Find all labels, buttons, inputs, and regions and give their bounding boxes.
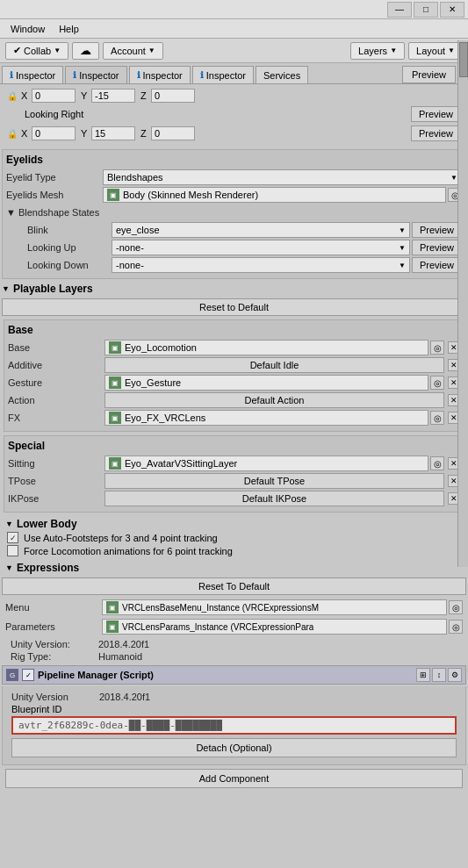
unity-rig-info: Unity Version: 2018.4.20f1 Rig Type: Hum… — [5, 639, 463, 662]
layers-button[interactable]: Layers ▼ — [350, 42, 405, 60]
looking-up-row: Looking Up -none- ▼ Preview — [6, 240, 462, 255]
collab-button[interactable]: ✔ Collab ▼ — [5, 42, 68, 60]
playable-layers-wrapper: ▼ Playable Layers Reset to Default Base … — [2, 283, 466, 513]
preview-button-1[interactable]: Preview — [411, 106, 461, 122]
expressions-header: ▼ Expressions — [5, 562, 463, 574]
looking-up-dropdown[interactable]: -none- ▼ — [112, 240, 410, 255]
eyelid-type-dropdown[interactable]: Blendshapes ▼ — [103, 169, 462, 185]
tab-inspector-2[interactable]: ℹ Inspector — [65, 66, 126, 83]
looking-down-dropdown[interactable]: -none- ▼ — [112, 257, 410, 273]
ikpose-default-btn[interactable]: Default IKPose — [104, 491, 444, 506]
cloud-button[interactable]: ☁ — [72, 42, 99, 60]
looking-down-preview-btn[interactable]: Preview — [412, 257, 462, 273]
reset-default-button[interactable]: Reset to Default — [2, 298, 466, 316]
looking-right-preview-row: Looking Right Preview — [4, 105, 464, 123]
looking-right-label: Looking Right — [25, 109, 83, 119]
blink-preview-btn[interactable]: Preview — [412, 222, 462, 238]
autofootsteps-checkbox[interactable] — [7, 532, 18, 543]
cloud-icon: ☁ — [80, 44, 91, 57]
fx-select-btn[interactable]: ◎ — [430, 411, 444, 425]
eyelids-mesh-row: Eyelids Mesh ▣ Body (Skinned Mesh Render… — [6, 187, 462, 203]
blink-dropdown[interactable]: eye_close ▼ — [112, 222, 410, 238]
tab-inspector-1[interactable]: ℹ Inspector — [2, 66, 63, 83]
close-button[interactable]: ✕ — [440, 2, 464, 18]
preview-top-button[interactable]: Preview — [402, 66, 456, 83]
tpose-default-btn[interactable]: Default TPose — [104, 473, 444, 489]
preview-button-2[interactable]: Preview — [411, 126, 461, 141]
sitting-select-btn[interactable]: ◎ — [430, 456, 444, 470]
expressions-params-select-btn[interactable]: ◎ — [449, 620, 463, 634]
tab-inspector-4[interactable]: ℹ Inspector — [192, 66, 254, 83]
pipeline-action-2[interactable]: ↕ — [432, 668, 446, 682]
scrollbar[interactable] — [457, 40, 468, 567]
y1-input[interactable] — [91, 89, 135, 103]
collab-icon: ✔ — [13, 45, 21, 56]
x1-input[interactable] — [32, 89, 76, 103]
sitting-field[interactable]: ▣ Eyo_AvatarV3SittingLayer — [104, 456, 428, 471]
ikpose-row: IKPose Default IKPose ✕ — [8, 491, 460, 506]
z1-input[interactable] — [151, 89, 195, 103]
tab-inspector-3[interactable]: ℹ Inspector — [129, 66, 191, 83]
layout-button[interactable]: Layout ▼ — [408, 42, 463, 60]
sitting-row: Sitting ▣ Eyo_AvatarV3SittingLayer ◎ ✕ — [8, 456, 460, 471]
expressions-wrapper: ▼ Expressions Reset To Default Menu ▣ VR… — [2, 562, 466, 635]
fx-row: FX ▣ Eyo_FX_VRCLens ◎ ✕ — [8, 410, 460, 426]
expressions-params-icon: ▣ — [106, 621, 119, 633]
looking-right-row1: 🔒 X Y Z — [4, 88, 464, 104]
fx-icon: ▣ — [109, 412, 121, 424]
special-section-title: Special — [8, 440, 460, 452]
y2-input[interactable] — [91, 126, 135, 140]
expressions-menu-icon: ▣ — [106, 601, 119, 613]
pipeline-action-3[interactable]: ⚙ — [448, 668, 462, 682]
playable-layers-header: ▼ Playable Layers — [2, 283, 466, 295]
tab-services[interactable]: Services — [256, 66, 308, 83]
looking-down-arrow-icon: ▼ — [399, 262, 406, 269]
z2-input[interactable] — [151, 126, 195, 140]
layers-arrow-icon: ▼ — [390, 47, 397, 54]
expressions-arrow-icon: ▼ — [5, 563, 13, 572]
autofootsteps-row: Use Auto-Footsteps for 3 and 4 point tra… — [7, 532, 461, 543]
inspector-area: 🔒 X Y Z Looking Right Preview 🔒 X Y Z Pr… — [0, 84, 468, 146]
additive-default-btn[interactable]: Default Idle — [104, 357, 444, 373]
eyelids-mesh-field[interactable]: ▣ Body (Skinned Mesh Renderer) — [103, 187, 446, 203]
scrollbar-thumb[interactable] — [459, 42, 468, 77]
looking-down-row: Looking Down -none- ▼ Preview — [6, 257, 462, 273]
lower-body-wrapper: ▼ Lower Body Use Auto-Footsteps for 3 an… — [2, 518, 466, 556]
maximize-button[interactable]: □ — [414, 2, 438, 18]
gesture-select-btn[interactable]: ◎ — [430, 376, 444, 390]
collab-arrow-icon: ▼ — [54, 47, 61, 54]
force-locomotion-checkbox[interactable] — [7, 545, 18, 556]
toolbar: ✔ Collab ▼ ☁ Account ▼ Layers ▼ Layout ▼ — [0, 39, 468, 63]
lower-body-arrow-icon: ▼ — [5, 520, 13, 528]
expressions-menu-row: Menu ▣ VRCLensBaseMenu_Instance (VRCExpr… — [2, 599, 466, 616]
detach-button[interactable]: Detach (Optional) — [11, 738, 457, 757]
pipeline-action-1[interactable]: ⊞ — [416, 668, 430, 682]
looking-up-preview-btn[interactable]: Preview — [412, 240, 462, 255]
expressions-menu-select-btn[interactable]: ◎ — [449, 600, 463, 614]
menu-window[interactable]: Window — [4, 22, 52, 36]
x2-input[interactable] — [32, 126, 76, 140]
pipeline-checkbox[interactable]: ✓ — [22, 669, 34, 681]
lower-body-header: ▼ Lower Body — [5, 518, 463, 530]
base-section: Base Base ▣ Eyo_Locomotion ◎ ✕ Additive — [4, 319, 464, 432]
base-field[interactable]: ▣ Eyo_Locomotion — [104, 340, 428, 355]
base-select-btn[interactable]: ◎ — [430, 341, 444, 355]
account-button[interactable]: Account ▼ — [103, 42, 163, 60]
expressions-reset-btn[interactable]: Reset To Default — [2, 577, 466, 595]
menu-help[interactable]: Help — [52, 22, 86, 36]
mesh-icon: ▣ — [107, 189, 119, 201]
blendshape-states-row: ▼ Blendshape States — [6, 204, 462, 220]
fx-field[interactable]: ▣ Eyo_FX_VRCLens — [104, 410, 428, 426]
expressions-menu-field[interactable]: ▣ VRCLensBaseMenu_Instance (VRCExpressio… — [102, 599, 447, 615]
eyelids-section: Eyelids Eyelid Type Blendshapes ▼ Eyelid… — [2, 149, 466, 279]
action-default-btn[interactable]: Default Action — [104, 392, 444, 408]
add-component-button[interactable]: Add Component — [5, 769, 463, 788]
menu-bar: Window Help — [0, 19, 468, 39]
minimize-button[interactable]: — — [387, 2, 412, 18]
blueprint-id-field: avtr_2f68289c-0dea-██-████-████████ — [11, 716, 457, 735]
gesture-field[interactable]: ▣ Eyo_Gesture — [104, 375, 428, 391]
pipeline-header: G ✓ Pipeline Manager (Script) ⊞ ↕ ⚙ — [2, 665, 466, 685]
tpose-row: TPose Default TPose ✕ — [8, 473, 460, 489]
base-row: Base ▣ Eyo_Locomotion ◎ ✕ — [8, 340, 460, 355]
expressions-params-field[interactable]: ▣ VRCLensParams_Instance (VRCExpressionP… — [102, 619, 447, 635]
